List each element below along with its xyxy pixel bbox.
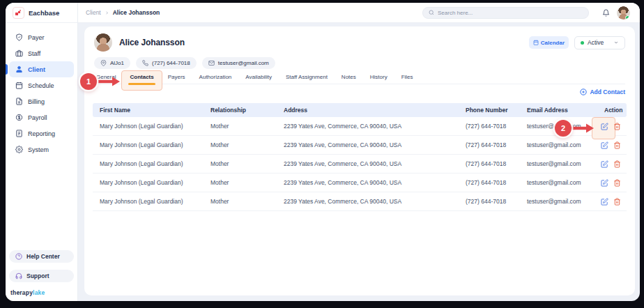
trash-icon	[613, 160, 621, 168]
calendar-icon	[15, 82, 23, 89]
eachbase-logo-icon	[13, 7, 24, 19]
edit-contact-button[interactable]	[601, 123, 608, 130]
shield-icon	[15, 33, 23, 41]
user-avatar[interactable]	[617, 6, 630, 20]
annotation-arrow-1	[98, 77, 120, 86]
client-email-badge: testuser@gmail.com	[202, 57, 275, 69]
plus-circle-icon	[580, 88, 587, 95]
calendar-button[interactable]: Calendar	[529, 36, 569, 49]
tab-availability[interactable]: Availability	[245, 73, 272, 81]
annotation-step-2: 2	[555, 120, 572, 137]
edit-icon	[601, 160, 608, 168]
delete-contact-button[interactable]	[613, 160, 621, 168]
location-icon	[100, 60, 107, 66]
therapylake-logo: therapylake	[9, 289, 74, 296]
sidebar-item-payroll[interactable]: Payroll	[9, 109, 74, 125]
delete-contact-button[interactable]	[613, 179, 621, 187]
edit-icon	[601, 141, 608, 149]
sidebar-item-schedule[interactable]: Schedule	[9, 77, 74, 93]
sidebar-header: Eachbase	[6, 3, 77, 23]
delete-contact-button[interactable]	[613, 123, 621, 130]
table-row: Mary Johnson (Legal Guardian) Mother 223…	[93, 174, 627, 192]
sidebar-item-client[interactable]: Client	[9, 61, 74, 77]
tab-staff-assignment[interactable]: Staff Assignment	[286, 73, 328, 81]
sidebar-item-reporting[interactable]: Reporting	[9, 125, 74, 141]
brand-name: Eachbase	[29, 9, 59, 17]
breadcrumb-current: Alice Johansson	[113, 9, 160, 16]
coins-icon	[15, 114, 23, 121]
support-button[interactable]: Support	[9, 270, 74, 282]
client-badges: AlJo1 (727) 644-7018 testuser@gmail.com	[94, 57, 625, 69]
headset-icon	[15, 272, 22, 279]
edit-contact-button[interactable]	[601, 160, 608, 168]
sidebar-item-billing[interactable]: Billing	[9, 93, 74, 109]
client-phone-badge: (727) 644-7018	[136, 57, 197, 69]
breadcrumb: Client Alice Johansson	[86, 9, 160, 16]
chevron-down-icon	[613, 40, 619, 45]
tab-payers[interactable]: Payers	[168, 73, 185, 81]
breadcrumb-parent[interactable]: Client	[86, 9, 101, 16]
table-row: Mary Johnson (Legal Guardian) Mother 223…	[93, 192, 627, 211]
topbar: Client Alice Johansson	[78, 3, 640, 23]
help-icon	[15, 253, 22, 260]
sidebar: Eachbase Payer Staff Client Schedule Bil…	[6, 3, 78, 301]
edit-icon	[601, 198, 608, 206]
sidebar-item-staff[interactable]: Staff	[9, 45, 74, 61]
phone-icon	[142, 60, 148, 66]
table-row: Mary Johnson (Legal Guardian) Mother 223…	[93, 136, 627, 155]
client-avatar	[94, 33, 112, 52]
client-id-badge: AlJo1	[94, 57, 130, 69]
tab-history[interactable]: History	[370, 73, 388, 81]
add-contact-button[interactable]: Add Contact	[580, 88, 625, 95]
trash-icon	[613, 179, 621, 187]
contacts-table: First Name Relationship Address Phone Nu…	[93, 103, 627, 211]
client-header: Alice Johansson Calendar Active	[94, 33, 625, 52]
client-card: Alice Johansson Calendar Active	[84, 26, 635, 295]
table-header: First Name Relationship Address Phone Nu…	[93, 103, 627, 117]
status-dropdown[interactable]: Active	[574, 36, 625, 49]
person-icon	[15, 66, 23, 73]
table-row: Mary Johnson (Legal Guardian) Mother 223…	[93, 117, 627, 136]
annotation-arrow-2	[572, 123, 594, 133]
client-tabs: General Contacts Payers Authorization Av…	[94, 70, 625, 84]
app-window: Eachbase Payer Staff Client Schedule Bil…	[6, 3, 640, 301]
tab-files[interactable]: Files	[401, 73, 413, 81]
trash-icon	[613, 123, 621, 130]
trash-icon	[613, 141, 621, 149]
client-name: Alice Johansson	[119, 38, 185, 47]
briefcase-icon	[15, 49, 23, 57]
trash-icon	[613, 198, 621, 206]
edit-contact-button[interactable]	[601, 141, 608, 149]
receipt-icon	[15, 98, 23, 105]
tab-contacts[interactable]: Contacts	[130, 73, 153, 81]
notification-bell-icon[interactable]	[602, 9, 610, 17]
help-center-button[interactable]: Help Center	[9, 250, 74, 263]
sidebar-item-system[interactable]: System	[9, 141, 74, 157]
mail-icon	[208, 60, 215, 66]
sidebar-item-payer[interactable]: Payer	[9, 29, 74, 45]
tab-authorization[interactable]: Authorization	[199, 73, 232, 81]
edit-icon	[601, 123, 608, 130]
document-icon	[15, 130, 23, 137]
chevron-right-icon	[105, 10, 109, 15]
search-box[interactable]	[422, 7, 589, 19]
annotation-step-1: 1	[80, 73, 97, 90]
gear-icon	[15, 146, 23, 153]
sidebar-nav: Payer Staff Client Schedule Billing Payr…	[6, 23, 77, 157]
tab-notes[interactable]: Notes	[342, 73, 356, 81]
calendar-icon	[533, 40, 539, 45]
sidebar-footer: Help Center Support therapylake	[6, 250, 77, 301]
table-row: Mary Johnson (Legal Guardian) Mother 223…	[93, 155, 627, 174]
edit-contact-button[interactable]	[601, 198, 608, 206]
edit-contact-button[interactable]	[601, 179, 608, 187]
topbar-right	[422, 6, 630, 20]
delete-contact-button[interactable]	[613, 198, 621, 206]
search-input[interactable]	[438, 10, 583, 16]
status-dot-icon	[581, 41, 584, 45]
search-icon	[429, 10, 434, 15]
edit-icon	[601, 179, 608, 187]
delete-contact-button[interactable]	[613, 141, 621, 149]
